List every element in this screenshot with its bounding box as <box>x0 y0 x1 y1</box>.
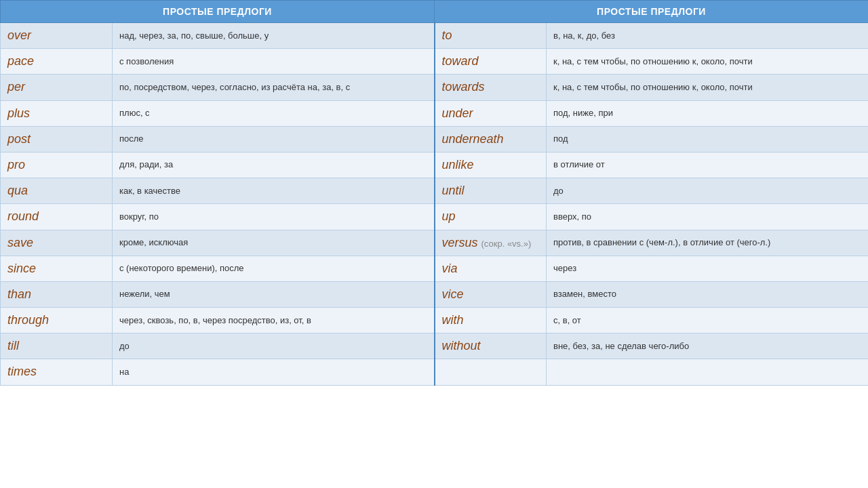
word-left: over <box>1 23 113 49</box>
word-right: toward <box>435 49 547 75</box>
word-right: up <box>435 204 547 230</box>
translation-right: до <box>547 178 869 204</box>
table-row: postпослеunderneathпод <box>1 126 869 152</box>
translation-left: над, через, за, по, свыше, больше, у <box>113 23 435 49</box>
word-right: unlike <box>435 152 547 178</box>
word-left: save <box>1 230 113 256</box>
table-row: plusплюс, сunderпод, ниже, при <box>1 100 869 126</box>
word-right: underneath <box>435 126 547 152</box>
table-row: perпо, посредством, через, согласно, из … <box>1 75 869 100</box>
word-left: per <box>1 75 113 100</box>
word-right: with <box>435 308 547 333</box>
word-left: qua <box>1 178 113 204</box>
word-right: towards <box>435 75 547 100</box>
header-right: ПРОСТЫЕ ПРЕДЛОГИ <box>435 1 869 23</box>
translation-right: к, на, с тем чтобы, по отношению к, окол… <box>547 49 869 75</box>
translation-right: против, в сравнении с (чем-л.), в отличи… <box>547 230 869 256</box>
table-row: timesна <box>1 359 869 385</box>
word-right: until <box>435 178 547 204</box>
translation-left: вокруг, по <box>113 204 435 230</box>
translation-left: на <box>113 359 435 385</box>
translation-left: плюс, с <box>113 100 435 126</box>
word-left: times <box>1 359 113 385</box>
table-row: quaкак, в качествеuntilдо <box>1 178 869 204</box>
translation-right: под, ниже, при <box>547 100 869 126</box>
table-row: saveкроме, исключаяversus (сокр. «vs.»)п… <box>1 230 869 256</box>
prepositions-table: ПРОСТЫЕ ПРЕДЛОГИ ПРОСТЫЕ ПРЕДЛОГИ overна… <box>0 0 868 386</box>
table-row: roundвокруг, поupвверх, по <box>1 204 869 230</box>
translation-left: до <box>113 333 435 359</box>
word-right: vice <box>435 281 547 307</box>
word-left: round <box>1 204 113 230</box>
word-right: versus (сокр. «vs.») <box>435 230 547 256</box>
table-row: tillдоwithoutвне, без, за, не сделав чег… <box>1 333 869 359</box>
header-left: ПРОСТЫЕ ПРЕДЛОГИ <box>1 1 435 23</box>
translation-left: как, в качестве <box>113 178 435 204</box>
table-row: thanнежели, чемviceвзамен, вместо <box>1 281 869 307</box>
word-right: under <box>435 100 547 126</box>
word-right: to <box>435 23 547 49</box>
translation-left: по, посредством, через, согласно, из рас… <box>113 75 435 100</box>
translation-left: для, ради, за <box>113 152 435 178</box>
table-row: paceс позволенияtowardк, на, с тем чтобы… <box>1 49 869 75</box>
table-row: sinceс (некоторого времени), послеviaчер… <box>1 256 869 281</box>
translation-right: вне, без, за, не сделав чего-либо <box>547 333 869 359</box>
word-right: via <box>435 256 547 281</box>
table-row: overнад, через, за, по, свыше, больше, у… <box>1 23 869 49</box>
translation-left: нежели, чем <box>113 281 435 307</box>
translation-left: с позволения <box>113 49 435 75</box>
word-left: since <box>1 256 113 281</box>
word-left: through <box>1 308 113 333</box>
translation-right: с, в, от <box>547 308 869 333</box>
translation-left: кроме, исключая <box>113 230 435 256</box>
translation-right: под <box>547 126 869 152</box>
translation-right: через <box>547 256 869 281</box>
word-left: pro <box>1 152 113 178</box>
translation-left: с (некоторого времени), после <box>113 256 435 281</box>
word-right <box>435 359 547 385</box>
table-row: proдля, ради, заunlikeв отличие от <box>1 152 869 178</box>
translation-right: вверх, по <box>547 204 869 230</box>
translation-left: после <box>113 126 435 152</box>
translation-right: взамен, вместо <box>547 281 869 307</box>
word-right: without <box>435 333 547 359</box>
translation-right: к, на, с тем чтобы, по отношению к, окол… <box>547 75 869 100</box>
word-left: than <box>1 281 113 307</box>
word-left: pace <box>1 49 113 75</box>
table-row: throughчерез, сквозь, по, в, через посре… <box>1 308 869 333</box>
translation-right: в, на, к, до, без <box>547 23 869 49</box>
translation-right: в отличие от <box>547 152 869 178</box>
translation-left: через, сквозь, по, в, через посредство, … <box>113 308 435 333</box>
word-left: post <box>1 126 113 152</box>
translation-right <box>547 359 869 385</box>
word-left: till <box>1 333 113 359</box>
word-left: plus <box>1 100 113 126</box>
